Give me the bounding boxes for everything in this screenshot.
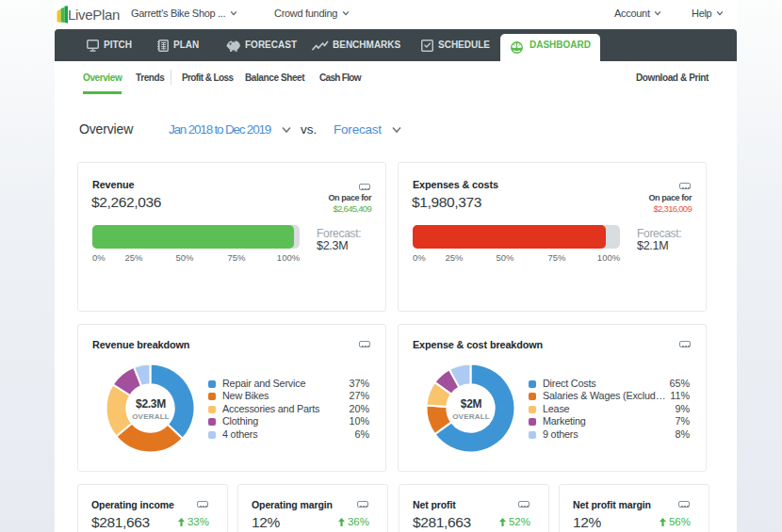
svg-text:LivePlan: LivePlan xyxy=(68,7,120,23)
